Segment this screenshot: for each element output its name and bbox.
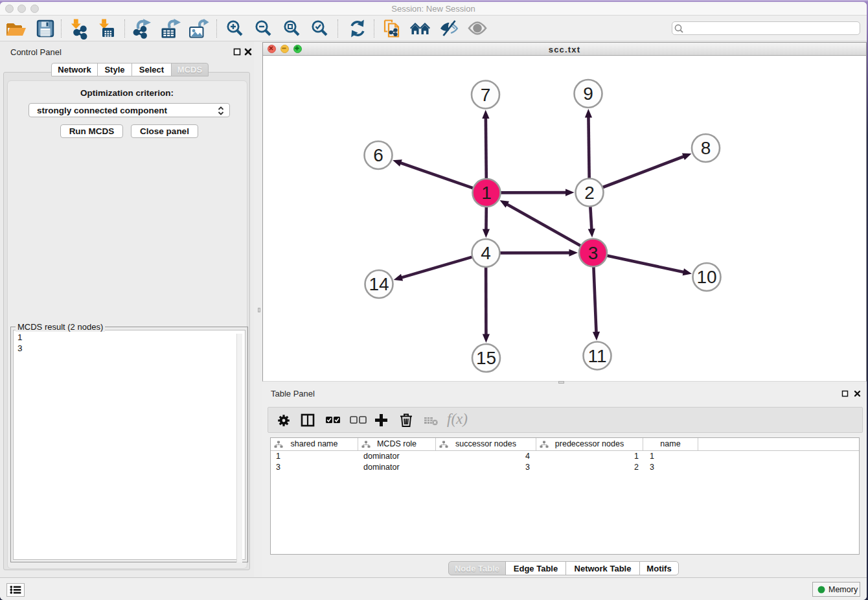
svg-text:2: 2	[584, 183, 595, 203]
svg-text:9: 9	[583, 84, 593, 104]
svg-text:6: 6	[373, 145, 383, 165]
svg-text:10: 10	[696, 267, 716, 287]
svg-text:11: 11	[588, 346, 606, 366]
svg-text:15: 15	[476, 348, 496, 368]
svg-text:14: 14	[369, 274, 389, 294]
svg-text:3: 3	[588, 243, 599, 263]
svg-text:7: 7	[481, 85, 491, 105]
svg-text:1: 1	[481, 183, 492, 203]
svg-text:8: 8	[701, 138, 711, 158]
svg-text:Memory: Memory	[828, 585, 858, 594]
svg-text:4: 4	[481, 243, 491, 263]
